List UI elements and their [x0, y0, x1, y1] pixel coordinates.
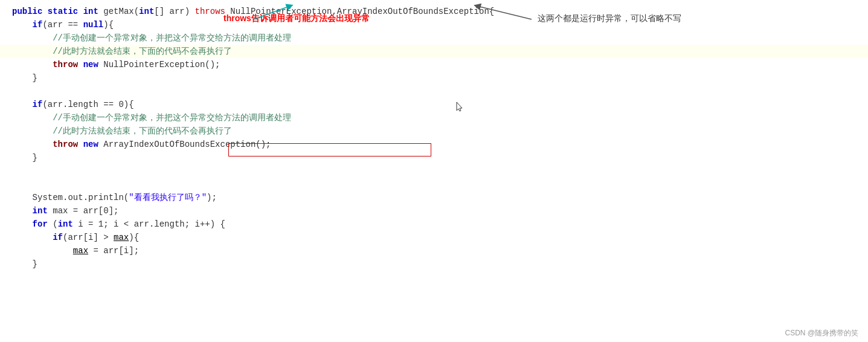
keyword-static: static — [48, 5, 78, 18]
code-line-1: public static int getMax(int[] arr) thro… — [0, 5, 868, 18]
comment-3: //手动创建一个异常对象，并把这个异常交给方法的调用者处理 — [12, 31, 291, 45]
code-line-18: if(arr[i] > max){ — [0, 231, 868, 244]
comment-9-highlighted: 并把这个异常交给方法的调用者处理 — [156, 111, 291, 124]
comment-4: //此时方法就会结束，下面的代码不会再执行了 — [12, 45, 232, 58]
throws-keyword: throws — [195, 5, 225, 18]
code-line-17: for (int i = 1; i < arr.length; i++) { — [0, 218, 868, 231]
watermark-text: CSDN @随身携带的笑 — [785, 329, 858, 337]
code-line-7 — [0, 85, 868, 98]
code-line-14 — [0, 178, 868, 191]
code-line-3: //手动创建一个异常对象，并把这个异常交给方法的调用者处理 — [0, 31, 868, 45]
code-line-8: if(arr.length == 0){ — [0, 98, 868, 111]
code-line-10: //此时方法就会结束，下面的代码不会再执行了 — [0, 124, 868, 138]
watermark: CSDN @随身携带的笑 — [785, 328, 858, 338]
code-line-2: if(arr == null){ — [0, 18, 868, 31]
code-line-11: throw new ArrayIndexOutOfBoundsException… — [0, 138, 868, 151]
keyword-public: public — [12, 5, 42, 18]
code-line-19: max = arr[i]; — [0, 244, 868, 257]
code-line-12: } — [0, 151, 868, 164]
code-line-6: } — [0, 71, 868, 85]
code-line-16: int max = arr[0]; — [0, 204, 868, 218]
code-line-13 — [0, 164, 868, 178]
code-line-4: //此时方法就会结束，下面的代码不会再执行了 — [0, 45, 868, 58]
type-int: int — [83, 5, 98, 18]
code-line-9: //手动创建一个异常对象，并把这个异常交给方法的调用者处理 — [0, 111, 868, 124]
code-container: public static int getMax(int[] arr) thro… — [0, 0, 868, 342]
code-line-15: System.out.println("看看我执行了吗？"); — [0, 191, 868, 204]
code-line-5: throw new NullPointerException(); — [0, 58, 868, 71]
code-line-20: } — [0, 257, 868, 271]
